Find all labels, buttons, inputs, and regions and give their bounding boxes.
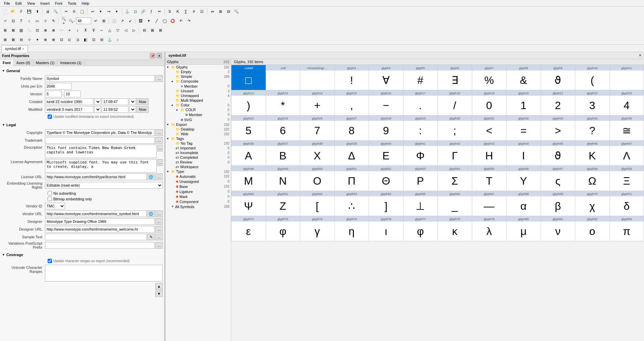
glyph-header-cell[interactable]: glyph3! (335, 65, 369, 90)
glyph-header-cell[interactable]: glyph72ε (231, 216, 266, 241)
undo-button[interactable]: ↩ (89, 8, 96, 15)
tb3-btn13[interactable]: ↔ (98, 27, 105, 34)
panel-pin-btn[interactable]: 📌 (150, 53, 155, 58)
tree-item[interactable]: 📁Empty3 (166, 69, 231, 74)
glyph-header-cell[interactable]: glyph31< (472, 115, 507, 141)
tb2-extra3[interactable]: ⭕ (169, 17, 176, 25)
tree-item[interactable]: ▾📁Glyphs192 (166, 65, 231, 69)
tb4-btn5[interactable]: ✦ (34, 36, 41, 43)
sample-text-input[interactable] (45, 234, 147, 240)
tb3-group2[interactable]: ⊠ (149, 27, 156, 34)
panel-tab-instances[interactable]: Instances (1) (57, 60, 85, 66)
tb4-align1[interactable]: ◧ (82, 36, 89, 43)
tree-item[interactable]: ▾📁Tags (166, 136, 231, 141)
created-time-picker[interactable] (129, 98, 136, 105)
tb4-btn3[interactable]: ⊟ (17, 36, 25, 43)
glyph-header-cell[interactable]: glyph18/ (438, 90, 472, 115)
panel-tab-masters[interactable]: Masters (1) (33, 60, 58, 66)
tb2-btn4[interactable]: ↕ (25, 17, 33, 25)
copy-button[interactable]: ⎘ (70, 8, 78, 15)
glyph-header-cell[interactable]: glyph6∃ (438, 65, 472, 90)
zoom-in-btn[interactable]: 🔍+ (60, 17, 67, 25)
glyph-header-cell[interactable]: glyph82ο (575, 216, 610, 241)
tb3-btn14[interactable]: △ (106, 27, 113, 34)
tree-item[interactable]: 🏷Incomplete0 (166, 150, 231, 155)
version-major-input[interactable] (45, 91, 62, 97)
zoom-out-btn[interactable]: 🔍- (68, 17, 75, 25)
glyph-header-cell[interactable]: glyph44Ι (506, 141, 541, 166)
glyph-header-cell[interactable]: glyph36Α (231, 141, 266, 166)
update-ranges-checkbox[interactable] (48, 259, 52, 263)
tb4-btn7[interactable]: ⊗ (50, 36, 57, 43)
glyph-header-cell[interactable]: glyph69β (541, 191, 576, 216)
vendor-url-input[interactable] (45, 210, 147, 217)
tb2-btn2[interactable]: ⊡ (9, 17, 17, 25)
glyph-panel-close-btn[interactable]: × (639, 53, 641, 58)
tree-item[interactable]: ◆Base192 (166, 184, 231, 189)
tree-item[interactable]: ◆SVG0 (166, 117, 231, 122)
section-legal-header[interactable]: ▼ Legal (1, 121, 163, 128)
panel-close-btn[interactable]: × (157, 53, 162, 58)
glyph-header-cell[interactable]: glyph45ϑ (541, 141, 576, 166)
designer-input[interactable] (45, 218, 155, 225)
tree-item[interactable]: ▸📁Color0 (166, 103, 231, 107)
glyph-header-cell[interactable]: glyph50Ο (300, 166, 335, 191)
tb3-btn8[interactable]: ⋯ (58, 27, 65, 34)
panel-tab-axes[interactable]: Axes (0) (14, 60, 33, 66)
glyph-header-cell[interactable]: glyph60Ψ (231, 191, 266, 216)
glyph-header-cell[interactable]: glyph42Γ (438, 141, 472, 166)
zoom-fit[interactable]: ⊞ (100, 17, 107, 25)
license-url-clear[interactable]: … (155, 174, 163, 180)
family-name-input[interactable] (45, 75, 155, 82)
redo-button[interactable]: ↪ (105, 8, 112, 15)
tb3-btn4[interactable]: ⋱ (25, 27, 33, 34)
tree-item[interactable]: 🏷Important0 (166, 146, 231, 150)
glyph-header-cell[interactable]: glyph5# (404, 65, 438, 90)
glyph-header-cell[interactable]: .notdef□ (231, 65, 266, 90)
tb3-btn12[interactable]: ⊽ (90, 27, 97, 34)
compare-button[interactable]: ⊟ (225, 8, 232, 15)
tree-item[interactable]: 📁Unmapped4 (166, 93, 231, 98)
glyph-header-cell[interactable]: glyph32= (506, 115, 541, 141)
formula-button[interactable]: ƒ (148, 8, 155, 15)
select-all-btn[interactable]: ⬜ (110, 17, 118, 25)
unicode-range-up-btn[interactable]: ▲ (155, 283, 163, 290)
glyph-header-cell[interactable]: glyph49Ν (266, 166, 301, 191)
glyph-header-cell[interactable]: glyph256 (266, 115, 301, 141)
glyph-header-cell[interactable]: glyph80μ (506, 216, 541, 241)
created-now-btn[interactable]: Now (137, 98, 149, 105)
tree-item[interactable]: ▸📁Composite (166, 79, 231, 84)
glyph-header-cell[interactable]: glyph35≅ (610, 115, 644, 141)
glyph-header-cell[interactable]: glyph63∴ (335, 191, 369, 216)
tb4-btn8[interactable]: ⊡ (58, 36, 65, 43)
section-coverage-header[interactable]: ▼ Coverage (1, 251, 163, 258)
vendor-url-goto[interactable]: 🌐 (147, 210, 155, 217)
glyph-header-cell[interactable]: glyph267 (300, 115, 335, 141)
sample-text-edit-btn[interactable]: ✎ (147, 234, 155, 240)
glyph-header-cell[interactable]: glyph59Ξ (610, 166, 644, 191)
created-date-picker[interactable] (94, 98, 101, 105)
glyph-header-cell[interactable]: glyph4∀ (369, 65, 404, 90)
glyph-header-cell[interactable]: glyph8& (506, 65, 541, 90)
version-minor-input[interactable] (64, 91, 81, 97)
description-textarea[interactable]: This font contains Times New Roman Greek… (45, 145, 157, 158)
tree-item[interactable]: 🏷Review0 (166, 160, 231, 164)
glyph-header-cell[interactable]: glyph15, (335, 90, 369, 115)
tab-close[interactable]: × (22, 47, 24, 51)
unicode-range-down-btn[interactable]: ▼ (155, 290, 163, 297)
tb2-extra1[interactable]: ╱ (153, 17, 160, 25)
glyph-header-cell[interactable]: glyph37Β (266, 141, 301, 166)
font-info-button[interactable]: 𝔽 (17, 8, 25, 15)
tb2-extra2[interactable]: ◯ (161, 17, 168, 25)
tree-item[interactable]: ◆Automatic192 (166, 174, 231, 179)
menu-view[interactable]: View (24, 1, 38, 6)
glyph-header-cell[interactable]: nonmarkingr… (300, 65, 335, 90)
glyph-header-cell[interactable]: glyph11 (610, 65, 644, 90)
tree-item[interactable]: 📁Web192 (166, 132, 231, 136)
glyph-header-cell[interactable]: glyph278 (335, 115, 369, 141)
glyph-header-cell[interactable]: glyph33> (541, 115, 576, 141)
spacing-button[interactable]: ⇔ (209, 8, 216, 15)
glyph-header-cell[interactable]: glyph34? (575, 115, 610, 141)
created-date-input[interactable] (45, 98, 94, 105)
zoom-button[interactable]: 🔍 (233, 8, 240, 15)
